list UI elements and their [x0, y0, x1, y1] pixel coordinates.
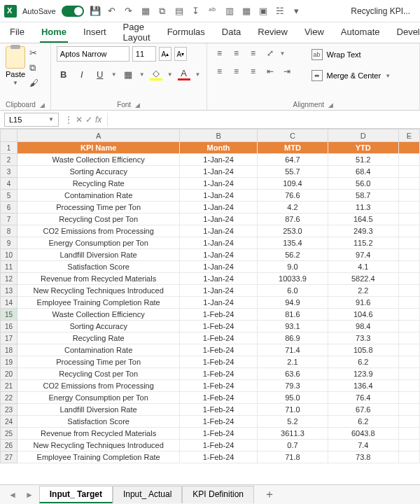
- cell[interactable]: 3611.3: [258, 428, 328, 440]
- cell[interactable]: CO2 Emissions from Processing: [18, 380, 180, 392]
- cell[interactable]: 4.1: [328, 261, 398, 273]
- cell[interactable]: 6043.8: [328, 428, 398, 440]
- cell[interactable]: Processing Time per Ton: [18, 202, 180, 214]
- sheet-tab[interactable]: Input_ Target: [39, 486, 113, 503]
- sheet-nav-next-icon[interactable]: ►: [22, 490, 36, 500]
- cell[interactable]: 1-Jan-24: [180, 297, 258, 309]
- qat-icon-1[interactable]: ▦: [140, 6, 151, 17]
- chevron-down-icon[interactable]: ▼: [13, 80, 18, 86]
- row-header[interactable]: 14: [1, 297, 18, 309]
- row-header[interactable]: 23: [1, 404, 18, 416]
- enter-formula-icon[interactable]: ✓: [85, 115, 92, 125]
- row-header[interactable]: 3: [1, 166, 18, 178]
- tab-page-layout[interactable]: Page Layout: [122, 22, 152, 43]
- decrease-indent-icon[interactable]: ⇤: [263, 64, 277, 78]
- cell[interactable]: 109.4: [258, 178, 328, 190]
- cell[interactable]: 71.4: [258, 344, 328, 356]
- row-header[interactable]: 15: [1, 309, 18, 321]
- cell[interactable]: 253.0: [258, 225, 328, 237]
- cell[interactable]: [398, 237, 419, 249]
- underline-button[interactable]: U: [93, 67, 107, 81]
- cell[interactable]: 10033.9: [258, 273, 328, 285]
- row-header[interactable]: 21: [1, 380, 18, 392]
- row-header[interactable]: 11: [1, 261, 18, 273]
- merge-dropdown-icon[interactable]: ▼: [385, 73, 391, 79]
- cell[interactable]: [398, 380, 419, 392]
- paste-button[interactable]: Paste ▼: [6, 46, 25, 86]
- cell[interactable]: 1-Feb-24: [180, 344, 258, 356]
- tab-developer[interactable]: Developer: [396, 22, 420, 43]
- qat-icon-3[interactable]: ▤: [174, 6, 185, 17]
- autosave-toggle[interactable]: [62, 6, 84, 17]
- cell[interactable]: 6.2: [328, 416, 398, 428]
- cell[interactable]: 5822.4: [328, 273, 398, 285]
- cell[interactable]: 0.7: [258, 440, 328, 451]
- font-color-button[interactable]: A: [177, 67, 191, 81]
- cell[interactable]: [398, 368, 419, 380]
- cell[interactable]: [398, 392, 419, 404]
- cell[interactable]: 91.6: [328, 297, 398, 309]
- cell[interactable]: 94.9: [258, 297, 328, 309]
- cell[interactable]: 123.9: [328, 368, 398, 380]
- cell[interactable]: 71.8: [258, 451, 328, 463]
- add-sheet-icon[interactable]: ＋: [257, 487, 282, 502]
- fx-icon[interactable]: fx: [95, 115, 102, 125]
- sheet-tab[interactable]: Input_ Actual: [113, 486, 182, 503]
- cell[interactable]: [398, 321, 419, 332]
- cell[interactable]: 67.6: [328, 404, 398, 416]
- formula-input[interactable]: [107, 113, 420, 127]
- header-cell[interactable]: MTD: [258, 142, 328, 154]
- cell[interactable]: 1-Jan-24: [180, 237, 258, 249]
- namebox-dropdown-icon[interactable]: ▼: [48, 116, 54, 122]
- cell[interactable]: Processing Time per Ton: [18, 356, 180, 368]
- cell[interactable]: 1-Feb-24: [180, 332, 258, 344]
- cell[interactable]: 6.0: [258, 285, 328, 297]
- tab-view[interactable]: View: [303, 22, 326, 43]
- cell[interactable]: [398, 249, 419, 261]
- copy-icon[interactable]: ⧉: [29, 62, 38, 74]
- cell[interactable]: 81.6: [258, 309, 328, 321]
- qat-icon-9[interactable]: ☵: [274, 6, 286, 17]
- cell[interactable]: Employee Training Completion Rate: [18, 297, 180, 309]
- redo-icon[interactable]: ↷: [123, 6, 134, 17]
- row-header[interactable]: 8: [1, 225, 18, 237]
- cell[interactable]: Landfill Diversion Rate: [18, 404, 180, 416]
- decrease-font-icon[interactable]: A▾: [174, 47, 187, 61]
- wrap-text-button[interactable]: abWrap Text: [305, 46, 398, 63]
- qat-icon-2[interactable]: ⧉: [157, 6, 168, 17]
- clipboard-launcher-icon[interactable]: ◢: [40, 102, 45, 108]
- row-header[interactable]: 13: [1, 285, 18, 297]
- tab-review[interactable]: Review: [256, 22, 289, 43]
- cell[interactable]: Satisfaction Score: [18, 416, 180, 428]
- cell[interactable]: [398, 285, 419, 297]
- increase-font-icon[interactable]: A▴: [159, 47, 172, 61]
- cell[interactable]: [398, 214, 419, 225]
- cell[interactable]: 64.7: [258, 154, 328, 166]
- align-top-icon[interactable]: ≡: [213, 46, 227, 60]
- italic-button[interactable]: I: [75, 67, 89, 81]
- cell[interactable]: [398, 154, 419, 166]
- cell[interactable]: [398, 356, 419, 368]
- cell[interactable]: [398, 261, 419, 273]
- cell[interactable]: 51.2: [328, 154, 398, 166]
- cell[interactable]: 1-Feb-24: [180, 368, 258, 380]
- cell[interactable]: 1-Feb-24: [180, 428, 258, 440]
- qat-dropdown-icon[interactable]: ▾: [291, 6, 302, 17]
- cell[interactable]: 87.6: [258, 214, 328, 225]
- cell[interactable]: [398, 190, 419, 202]
- cell[interactable]: 1-Feb-24: [180, 356, 258, 368]
- cell[interactable]: 1-Jan-24: [180, 225, 258, 237]
- cell[interactable]: Contamination Rate: [18, 190, 180, 202]
- cell[interactable]: CO2 Emissions from Processing: [18, 225, 180, 237]
- cell[interactable]: Recycling Rate: [18, 332, 180, 344]
- cell[interactable]: 79.3: [258, 380, 328, 392]
- cell[interactable]: 76.4: [328, 392, 398, 404]
- column-header-D[interactable]: D: [328, 130, 398, 142]
- cell[interactable]: 7.4: [328, 440, 398, 451]
- cell[interactable]: 11.3: [328, 202, 398, 214]
- cell[interactable]: 1-Feb-24: [180, 451, 258, 463]
- row-header[interactable]: 2: [1, 154, 18, 166]
- column-header-A[interactable]: A: [18, 130, 180, 142]
- tab-home[interactable]: Home: [40, 22, 68, 43]
- fontcolor-dropdown-icon[interactable]: ▼: [195, 71, 201, 78]
